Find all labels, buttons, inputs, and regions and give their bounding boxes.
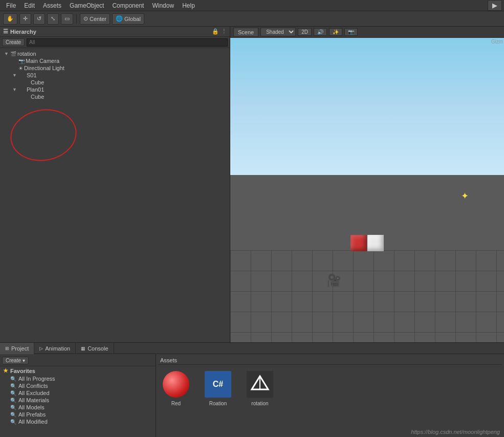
asset-red-label: Red [171,401,181,406]
favorites-header: ★ Favorites [0,366,156,375]
menu-gameobject[interactable]: GameObject [65,1,108,10]
search-icon-progress: 🔍 [10,376,16,382]
effects-button[interactable]: ✨ [329,28,342,36]
hierarchy-title-bar: ☰ Hierarchy [3,28,36,35]
red-sphere-icon [161,369,191,400]
cube-white-object [367,235,384,251]
menu-edit[interactable]: Edit [20,1,39,10]
dots-icon[interactable]: ⋮ [221,28,227,35]
bottom-tabs: ⊞ Project ▷ Animation ▦ Console [0,343,504,354]
camera-scene-object: 🎥 [326,273,341,288]
hierarchy-item-rotation[interactable]: ▼ 🎬 rotation [0,50,230,57]
asset-red[interactable]: Red [158,369,194,406]
scene-toolbar: Scene Shaded 2D 🔊 ✨ 📷 [230,27,504,38]
arrow-plan01: ▼ [12,87,17,92]
fav-item-models[interactable]: 🔍 All Models [0,404,156,411]
search-icon-conflicts: 🔍 [10,383,16,389]
fav-item-modified[interactable]: 🔍 All Modified [0,418,156,425]
center-icon: ⊙ [83,15,88,22]
hierarchy-item-cube-plan01[interactable]: Cube [0,93,230,100]
asset-rotation-label: rotation [251,401,268,406]
center-button[interactable]: ⊙ Center [80,13,110,25]
scene-camera-btn[interactable]: 📷 [344,28,358,36]
hierarchy-content: ▼ 🎬 rotation 📷 Main Camera ☀ Directional… [0,48,230,342]
menu-help[interactable]: Help [178,1,199,10]
bottom-content: Create ▾ ★ Favorites 🔍 All In Progress 🔍… [0,354,504,437]
csharp-icon-shape: C# [205,371,231,398]
arrow-icon: ▼ [4,51,9,56]
hierarchy-item-directional-light[interactable]: ☀ Directional Light [0,64,230,72]
grid-overlay [230,250,504,342]
menu-file[interactable]: File [2,1,20,10]
2d-button[interactable]: 2D [298,28,312,36]
menu-window[interactable]: Window [148,1,178,10]
asset-roation-label: Roation [209,401,227,406]
toolbar: ✋ ✛ ↺ ⤡ ▭ ⊙ Center 🌐 Global [0,11,504,27]
fav-item-prefabs[interactable]: 🔍 All Prefabs [0,411,156,418]
unity-icon-shape [247,371,273,398]
audio-button[interactable]: 🔊 [314,28,327,36]
fav-item-excluded[interactable]: 🔍 All Excluded [0,389,156,397]
svg-line-3 [252,376,260,389]
hierarchy-search-input[interactable] [27,38,228,47]
fav-item-materials[interactable]: 🔍 All Materials [0,397,156,404]
asset-roation[interactable]: C# Roation [200,369,236,406]
sphere-red-shape [163,371,189,398]
star-icon: ★ [3,367,8,374]
tool-move[interactable]: ✛ [19,13,31,25]
scene-canvas: ✦ 🎥 Gizm [230,38,504,342]
project-tab-icon: ⊞ [5,346,9,351]
menu-bar: File Edit Assets GameObject Component Wi… [0,0,504,11]
unity-icon-container [245,369,275,400]
cube-red-object [350,235,367,251]
asset-rotation[interactable]: rotation [242,369,278,406]
tab-project[interactable]: ⊞ Project [0,343,34,354]
search-icon-excluded: 🔍 [10,390,16,396]
project-create-button[interactable]: Create ▾ [2,357,29,364]
assets-header: Assets [158,356,502,365]
tab-animation[interactable]: ▷ Animation [34,343,76,354]
hierarchy-icon: ☰ [3,28,8,35]
arrow-s01: ▼ [12,73,17,78]
global-button[interactable]: 🌐 Global [112,13,144,25]
tool-scale[interactable]: ⤡ [47,13,59,25]
hierarchy-panel-icons: 🔒 ⋮ [212,28,227,35]
console-tab-icon: ▦ [81,346,85,351]
tool-rotate[interactable]: ↺ [33,13,45,25]
separator-1 [76,14,77,24]
hierarchy-item-plan01[interactable]: ▼ Plan01 [0,86,230,93]
search-icon-modified: 🔍 [10,419,16,425]
shading-select[interactable]: Shaded [260,28,296,36]
hierarchy-create-button[interactable]: Create [2,38,25,46]
play-button[interactable]: ▶ [488,0,502,11]
bottom-panel: ⊞ Project ▷ Animation ▦ Console Create ▾… [0,342,504,437]
tool-hand[interactable]: ✋ [3,13,17,25]
search-icon-models: 🔍 [10,405,16,410]
camera-icon-small: 📷 [18,58,25,64]
project-toolbar: Create ▾ [0,355,156,366]
menu-assets[interactable]: Assets [39,1,65,10]
hierarchy-item-s01[interactable]: ▼ S01 [0,72,230,79]
scene-view[interactable]: Scene Shaded 2D 🔊 ✨ 📷 ✦ 🎥 Gizm [230,27,504,342]
hierarchy-item-main-camera[interactable]: 📷 Main Camera [0,57,230,64]
project-sidebar: Create ▾ ★ Favorites 🔍 All In Progress 🔍… [0,354,156,437]
hierarchy-item-cube-s01[interactable]: Cube [0,79,230,86]
hierarchy-toolbar: Create [0,37,230,48]
csharp-icon-container: C# [203,369,233,400]
gizmo-label: Gizm [491,39,503,45]
tool-rect[interactable]: ▭ [61,13,73,25]
light-icon: ☀ [18,65,23,71]
hierarchy-panel: ☰ Hierarchy 🔒 ⋮ Create ▼ 🎬 rotation 📷 [0,27,230,342]
hierarchy-title: Hierarchy [10,29,36,35]
tab-console[interactable]: ▦ Console [76,343,114,354]
lock-icon[interactable]: 🔒 [212,28,219,35]
sky-background [230,38,504,175]
camera-small-icon: 🎬 [10,51,16,57]
fav-item-conflicts[interactable]: 🔍 All Conflicts [0,382,156,389]
assets-area: Assets Red C# Roation [156,354,504,437]
scene-tab[interactable]: Scene [233,28,258,37]
annotation-circle [6,104,80,166]
fav-item-in-progress[interactable]: 🔍 All In Progress [0,375,156,382]
menu-component[interactable]: Component [108,1,148,10]
sun-icon: ✦ [461,190,471,201]
